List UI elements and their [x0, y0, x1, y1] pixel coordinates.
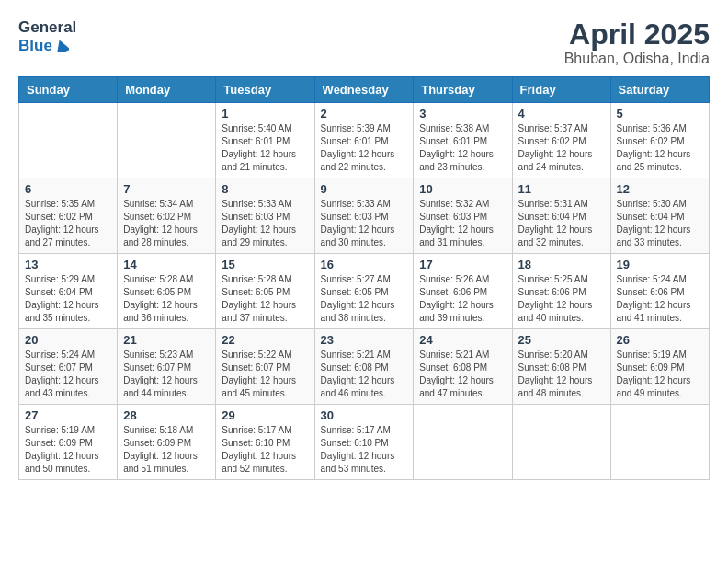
- day-number: 26: [617, 333, 703, 347]
- calendar-cell: 22Sunrise: 5:22 AM Sunset: 6:07 PM Dayli…: [216, 329, 314, 405]
- calendar-cell: 16Sunrise: 5:27 AM Sunset: 6:05 PM Dayli…: [314, 254, 414, 329]
- day-info: Sunrise: 5:35 AM Sunset: 6:02 PM Dayligh…: [25, 198, 111, 249]
- calendar-cell: 25Sunrise: 5:20 AM Sunset: 6:08 PM Dayli…: [512, 329, 610, 405]
- title-section: April 2025 Bhuban, Odisha, India: [564, 18, 710, 67]
- day-info: Sunrise: 5:38 AM Sunset: 6:01 PM Dayligh…: [419, 122, 506, 174]
- day-number: 17: [419, 258, 506, 271]
- calendar-cell: 9Sunrise: 5:33 AM Sunset: 6:03 PM Daylig…: [314, 178, 414, 254]
- day-number: 21: [123, 333, 210, 347]
- calendar-cell: 8Sunrise: 5:33 AM Sunset: 6:03 PM Daylig…: [216, 178, 314, 254]
- day-info: Sunrise: 5:30 AM Sunset: 6:04 PM Dayligh…: [617, 198, 703, 249]
- calendar-cell: 11Sunrise: 5:31 AM Sunset: 6:04 PM Dayli…: [512, 178, 610, 254]
- calendar-week-5: 27Sunrise: 5:19 AM Sunset: 6:09 PM Dayli…: [19, 405, 710, 480]
- day-info: Sunrise: 5:32 AM Sunset: 6:03 PM Dayligh…: [419, 198, 506, 249]
- weekday-header-row: SundayMondayTuesdayWednesdayThursdayFrid…: [19, 77, 710, 103]
- day-info: Sunrise: 5:26 AM Sunset: 6:06 PM Dayligh…: [419, 273, 506, 325]
- calendar-cell: 1Sunrise: 5:40 AM Sunset: 6:01 PM Daylig…: [216, 103, 314, 178]
- day-number: 3: [419, 107, 506, 121]
- day-info: Sunrise: 5:37 AM Sunset: 6:02 PM Dayligh…: [518, 122, 605, 174]
- svg-marker-0: [54, 40, 69, 52]
- day-info: Sunrise: 5:19 AM Sunset: 6:09 PM Dayligh…: [25, 424, 111, 476]
- weekday-header-wednesday: Wednesday: [314, 77, 414, 103]
- calendar-cell: 18Sunrise: 5:25 AM Sunset: 6:06 PM Dayli…: [512, 254, 610, 329]
- weekday-header-tuesday: Tuesday: [216, 77, 314, 103]
- day-number: 19: [617, 258, 703, 271]
- calendar-cell: 3Sunrise: 5:38 AM Sunset: 6:01 PM Daylig…: [414, 103, 512, 178]
- calendar-week-3: 13Sunrise: 5:29 AM Sunset: 6:04 PM Dayli…: [19, 254, 710, 329]
- day-info: Sunrise: 5:39 AM Sunset: 6:01 PM Dayligh…: [321, 122, 408, 174]
- day-number: 29: [222, 408, 308, 422]
- day-number: 24: [419, 333, 506, 347]
- day-info: Sunrise: 5:17 AM Sunset: 6:10 PM Dayligh…: [321, 424, 408, 476]
- day-number: 5: [617, 107, 703, 121]
- calendar-cell: 14Sunrise: 5:28 AM Sunset: 6:05 PM Dayli…: [118, 254, 216, 329]
- logo-bottom: Blue: [18, 37, 76, 55]
- weekday-header-friday: Friday: [512, 77, 610, 103]
- page-header: General Blue April 2025 Bhuban, Odisha, …: [18, 18, 710, 67]
- logo-general: General: [18, 18, 76, 37]
- day-number: 9: [321, 182, 408, 196]
- logo-blue: Blue: [18, 37, 52, 55]
- day-info: Sunrise: 5:24 AM Sunset: 6:06 PM Dayligh…: [617, 273, 703, 325]
- day-number: 13: [25, 258, 111, 271]
- calendar-cell: 7Sunrise: 5:34 AM Sunset: 6:02 PM Daylig…: [118, 178, 216, 254]
- location-title: Bhuban, Odisha, India: [564, 51, 710, 67]
- day-info: Sunrise: 5:28 AM Sunset: 6:05 PM Dayligh…: [222, 273, 308, 325]
- calendar-cell: 21Sunrise: 5:23 AM Sunset: 6:07 PM Dayli…: [118, 329, 216, 405]
- day-number: 28: [123, 408, 210, 422]
- calendar-cell: 30Sunrise: 5:17 AM Sunset: 6:10 PM Dayli…: [314, 405, 414, 480]
- calendar-cell: 5Sunrise: 5:36 AM Sunset: 6:02 PM Daylig…: [610, 103, 709, 178]
- logo-arrow-icon: [54, 40, 69, 52]
- day-number: 6: [25, 182, 111, 196]
- weekday-header-saturday: Saturday: [610, 77, 709, 103]
- weekday-header-thursday: Thursday: [414, 77, 512, 103]
- weekday-header-monday: Monday: [118, 77, 216, 103]
- day-number: 18: [518, 258, 605, 271]
- day-number: 23: [321, 333, 408, 347]
- day-number: 30: [321, 408, 408, 422]
- calendar-cell: 4Sunrise: 5:37 AM Sunset: 6:02 PM Daylig…: [512, 103, 610, 178]
- calendar-cell: 17Sunrise: 5:26 AM Sunset: 6:06 PM Dayli…: [414, 254, 512, 329]
- calendar-cell: [118, 103, 216, 178]
- day-info: Sunrise: 5:24 AM Sunset: 6:07 PM Dayligh…: [25, 349, 111, 400]
- calendar-week-1: 1Sunrise: 5:40 AM Sunset: 6:01 PM Daylig…: [19, 103, 710, 178]
- calendar-cell: 23Sunrise: 5:21 AM Sunset: 6:08 PM Dayli…: [314, 329, 414, 405]
- calendar-cell: 24Sunrise: 5:21 AM Sunset: 6:08 PM Dayli…: [414, 329, 512, 405]
- day-number: 11: [518, 182, 605, 196]
- day-info: Sunrise: 5:21 AM Sunset: 6:08 PM Dayligh…: [419, 349, 506, 400]
- day-info: Sunrise: 5:25 AM Sunset: 6:06 PM Dayligh…: [518, 273, 605, 325]
- calendar-cell: 20Sunrise: 5:24 AM Sunset: 6:07 PM Dayli…: [19, 329, 118, 405]
- day-number: 7: [123, 182, 210, 196]
- day-info: Sunrise: 5:33 AM Sunset: 6:03 PM Dayligh…: [222, 198, 308, 249]
- day-info: Sunrise: 5:18 AM Sunset: 6:09 PM Dayligh…: [123, 424, 210, 476]
- calendar-cell: 29Sunrise: 5:17 AM Sunset: 6:10 PM Dayli…: [216, 405, 314, 480]
- day-number: 8: [222, 182, 308, 196]
- calendar-cell: 28Sunrise: 5:18 AM Sunset: 6:09 PM Dayli…: [118, 405, 216, 480]
- calendar-cell: 10Sunrise: 5:32 AM Sunset: 6:03 PM Dayli…: [414, 178, 512, 254]
- day-info: Sunrise: 5:31 AM Sunset: 6:04 PM Dayligh…: [518, 198, 605, 249]
- calendar-cell: 26Sunrise: 5:19 AM Sunset: 6:09 PM Dayli…: [610, 329, 709, 405]
- day-info: Sunrise: 5:17 AM Sunset: 6:10 PM Dayligh…: [222, 424, 308, 476]
- day-number: 12: [617, 182, 703, 196]
- calendar-cell: 15Sunrise: 5:28 AM Sunset: 6:05 PM Dayli…: [216, 254, 314, 329]
- day-number: 22: [222, 333, 308, 347]
- day-number: 27: [25, 408, 111, 422]
- day-number: 25: [518, 333, 605, 347]
- calendar-cell: [19, 103, 118, 178]
- day-number: 14: [123, 258, 210, 271]
- calendar-week-2: 6Sunrise: 5:35 AM Sunset: 6:02 PM Daylig…: [19, 178, 710, 254]
- weekday-header-sunday: Sunday: [19, 77, 118, 103]
- day-number: 15: [222, 258, 308, 271]
- calendar-cell: 13Sunrise: 5:29 AM Sunset: 6:04 PM Dayli…: [19, 254, 118, 329]
- day-info: Sunrise: 5:21 AM Sunset: 6:08 PM Dayligh…: [321, 349, 408, 400]
- calendar-cell: 19Sunrise: 5:24 AM Sunset: 6:06 PM Dayli…: [610, 254, 709, 329]
- calendar-cell: 12Sunrise: 5:30 AM Sunset: 6:04 PM Dayli…: [610, 178, 709, 254]
- calendar-table: SundayMondayTuesdayWednesdayThursdayFrid…: [18, 76, 710, 480]
- day-info: Sunrise: 5:40 AM Sunset: 6:01 PM Dayligh…: [222, 122, 308, 174]
- calendar-cell: 6Sunrise: 5:35 AM Sunset: 6:02 PM Daylig…: [19, 178, 118, 254]
- month-title: April 2025: [564, 18, 710, 51]
- day-info: Sunrise: 5:23 AM Sunset: 6:07 PM Dayligh…: [123, 349, 210, 400]
- day-number: 4: [518, 107, 605, 121]
- day-number: 20: [25, 333, 111, 347]
- day-info: Sunrise: 5:28 AM Sunset: 6:05 PM Dayligh…: [123, 273, 210, 325]
